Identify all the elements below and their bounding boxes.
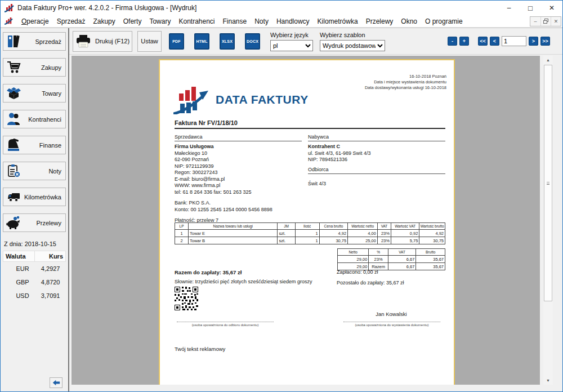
template-select[interactable]: Wydruk podstawowy B <box>320 40 385 51</box>
menu-item-11[interactable]: Okno <box>397 16 421 26</box>
menu-item-4[interactable]: Towary <box>145 16 175 26</box>
scroll-down-arrow-icon[interactable]: ▼ <box>543 376 553 385</box>
table-row: USD3,7091 <box>3 289 66 302</box>
table-cell: 4,92 <box>319 230 347 237</box>
export-docx-button[interactable]: DOCX <box>245 33 260 50</box>
table-cell: 29,00 <box>338 256 369 263</box>
signature-receiver: (osoba upoważniona do odbioru dokumentu) <box>177 322 274 327</box>
receiver-name: Świt 4/3 <box>308 181 445 188</box>
seller-section: Sprzedawca Firma Usługowa Małeckiego 10 … <box>175 134 302 230</box>
template-selector-group: Wybierz szablon Wydruk podstawowy B <box>320 32 385 51</box>
seller-bank-line: Bank: PKO S.A. <box>175 200 302 207</box>
seller-line: Regon: 300227243 <box>175 170 302 176</box>
arrow-left-icon <box>52 380 60 386</box>
table-cell: szt. <box>278 237 295 244</box>
window-title: Data Faktury Pro+ wer. 4.2.0.2 - Firma U… <box>17 4 196 12</box>
rates-col-currency: Waluta <box>3 251 35 262</box>
table-cell: 1 <box>295 237 319 244</box>
table-cell: 23% <box>377 230 391 237</box>
toolbar: Drukuj (F12) Ustaw PDF HTML XLSX DOCX Wy… <box>69 28 562 55</box>
vat-header-row: Netto%VATBrutto <box>338 249 445 256</box>
setup-button[interactable]: Ustaw <box>137 31 162 52</box>
zoom-out-button[interactable]: - <box>448 37 457 46</box>
amount-in-words: Słownie: trzydzieści pięć złotych sześćd… <box>175 279 312 284</box>
table-cell: 6,67 <box>388 263 416 270</box>
menu-item-0[interactable]: Operacje <box>17 16 53 26</box>
mdi-restore-button[interactable] <box>540 17 551 26</box>
close-button[interactable]: ✕ <box>541 1 562 15</box>
minimize-button[interactable]: – <box>498 1 520 15</box>
vat-header-3: Brutto <box>416 249 445 256</box>
mdi-minimize-button[interactable]: – <box>530 17 540 26</box>
items-rows: 1Towar Eszt.14,924,0023%0,924,922Towar B… <box>175 230 445 244</box>
menu-item-8[interactable]: Handlowcy <box>272 16 314 26</box>
issue-date-place: 16-10-2018 Poznań <box>365 74 446 79</box>
seller-line: NIP: 9721129939 <box>175 163 302 170</box>
main-area: Sprzedaż Zakupy Tow <box>1 28 562 391</box>
sidebar-item-sprzedaz[interactable]: Sprzedaż <box>3 32 66 51</box>
export-html-button[interactable]: HTML <box>194 33 209 50</box>
advertisement-text: Twój tekst reklamowy <box>175 346 225 352</box>
menu-item-1[interactable]: Sprzedaż <box>53 16 90 26</box>
prev-page-button[interactable]: < <box>490 37 499 46</box>
scrollbar-thumb[interactable] <box>544 65 552 301</box>
maximize-button[interactable]: □ <box>520 1 541 15</box>
zoom-in-button[interactable]: + <box>459 37 469 46</box>
menu-item-10[interactable]: Przelewy <box>362 16 397 26</box>
delivery-date: Data dostawy/wykonania usługi 16-10-2018 <box>365 85 446 91</box>
sidebar-item-towary[interactable]: Towary <box>3 84 66 103</box>
sidebar-item-label: Sprzedaż <box>21 38 61 45</box>
cash-register-icon <box>6 137 21 153</box>
export-xlsx-button[interactable]: XLSX <box>220 33 235 50</box>
items-header-5: Wartość netto <box>348 223 378 230</box>
table-cell: GBP <box>3 275 35 289</box>
table-cell: 35,67 <box>416 263 445 270</box>
menu-item-5[interactable]: Kontrahenci <box>175 16 218 26</box>
table-cell: 4,92 <box>419 230 445 237</box>
vertical-scrollbar[interactable]: ▲ ▼ <box>543 56 553 385</box>
menu-item-7[interactable]: Noty <box>251 16 272 26</box>
buyer-line: NIP: 7894521336 <box>308 157 445 163</box>
sidebar-item-przelewy[interactable]: Przelewy <box>3 213 66 232</box>
language-select[interactable]: pl <box>270 40 313 51</box>
sidebar-item-kilometrowka[interactable]: Kilometrówka <box>3 188 66 206</box>
menu-item-3[interactable]: Oferty <box>119 16 146 26</box>
table-cell: 4,8720 <box>35 275 66 289</box>
table-cell: 35,67 <box>416 256 445 263</box>
print-button-label: Drukuj (F12) <box>95 38 129 44</box>
title-bar: Data Faktury Pro+ wer. 4.2.0.2 - Firma U… <box>1 1 562 15</box>
sidebar-item-label: Kontrahenci <box>21 116 61 123</box>
sidebar-item-zakupy[interactable]: Zakupy <box>3 58 66 77</box>
first-page-button[interactable]: << <box>478 37 488 46</box>
table-row: 2Towar Bszt.130,7525,0023%5,7530,75 <box>175 237 445 244</box>
invoice-page: 16-10-2018 Poznań Data i miejsce wystawi… <box>159 59 455 385</box>
sidebar: Sprzedaż Zakupy Tow <box>1 28 69 391</box>
export-pdf-button[interactable]: PDF <box>169 33 184 50</box>
page-number-input[interactable] <box>502 36 526 46</box>
truck-icon <box>6 189 21 204</box>
sidebar-item-kontrahenci[interactable]: Kontrahenci <box>3 110 66 128</box>
last-page-button[interactable]: >> <box>540 37 550 46</box>
issue-caption: Data i miejsce wystawienia dokumentu <box>365 79 446 85</box>
sidebar-item-noty[interactable]: Noty <box>3 162 66 180</box>
exchange-rates-panel: Z dnia: 2018-10-15 Waluta Kurs EUR4,2927… <box>1 239 68 302</box>
print-preview-area: 16-10-2018 Poznań Data i miejsce wystawi… <box>69 55 562 391</box>
rates-rows: EUR4,2927GBP4,8720USD3,7091 <box>3 262 66 303</box>
scroll-up-arrow-icon[interactable]: ▲ <box>543 56 553 64</box>
mdi-close-button[interactable]: ✕ <box>551 17 561 26</box>
next-page-button[interactable]: > <box>529 37 538 46</box>
app-logo-icon <box>5 4 14 12</box>
menu-item-9[interactable]: Kilometrówka <box>314 16 362 26</box>
sidebar-item-label: Towary <box>21 90 61 97</box>
items-header-4: Cena brutto <box>319 223 347 230</box>
menu-item-6[interactable]: Finanse <box>219 16 251 26</box>
menu-item-2[interactable]: Zakupy <box>89 16 119 26</box>
collapse-sidebar-button[interactable] <box>50 377 62 388</box>
sidebar-item-label: Kilometrówka <box>21 194 61 201</box>
menu-item-12[interactable]: O programie <box>421 16 467 26</box>
print-button[interactable]: Drukuj (F12) <box>73 31 132 52</box>
language-label: Wybierz język <box>270 32 313 38</box>
company-logo: DATA FAKTURY <box>173 85 309 114</box>
sidebar-item-finanse[interactable]: Finanse <box>3 136 66 154</box>
app-window: Data Faktury Pro+ wer. 4.2.0.2 - Firma U… <box>0 0 563 392</box>
